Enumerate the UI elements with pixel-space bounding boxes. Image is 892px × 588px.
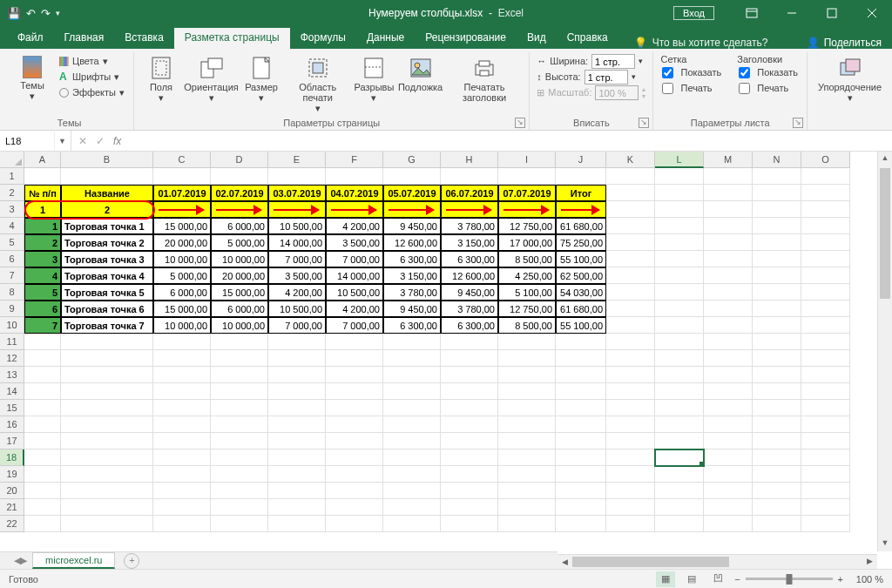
cell[interactable] [441, 433, 498, 449]
cell[interactable] [655, 350, 704, 367]
scroll-down-icon[interactable]: ▼ [878, 537, 892, 551]
cell[interactable] [268, 483, 326, 499]
tab-справка[interactable]: Справка [557, 28, 618, 49]
cell[interactable] [268, 466, 326, 483]
row-header[interactable]: 3 [0, 201, 24, 218]
cell[interactable]: 15 000,00 [153, 218, 211, 234]
col-header[interactable]: G [383, 152, 441, 168]
cell[interactable] [556, 483, 606, 499]
cell[interactable] [211, 367, 268, 383]
cell[interactable] [24, 367, 61, 383]
cell[interactable]: 17 000,00 [498, 234, 556, 251]
cell[interactable] [704, 383, 753, 400]
cell[interactable]: 9 450,00 [441, 284, 498, 301]
row-header[interactable]: 4 [0, 218, 24, 234]
cell[interactable] [801, 367, 850, 383]
cell[interactable] [556, 201, 606, 218]
cell[interactable] [268, 516, 326, 532]
cell[interactable]: Торговая точка 2 [61, 234, 153, 251]
cell[interactable]: Торговая точка 1 [61, 218, 153, 234]
effects-button[interactable]: Эффекты ▾ [57, 85, 126, 100]
cell[interactable] [211, 416, 268, 433]
cell[interactable] [606, 301, 655, 317]
cell[interactable] [153, 466, 211, 483]
cell[interactable] [606, 317, 655, 334]
cell[interactable] [606, 185, 655, 201]
cell[interactable] [153, 383, 211, 400]
cell[interactable]: 5 100,00 [498, 284, 556, 301]
cell[interactable] [606, 383, 655, 400]
cell[interactable]: 03.07.2019 [268, 185, 326, 201]
cell[interactable] [606, 516, 655, 532]
cell[interactable] [606, 483, 655, 499]
enter-formula-icon[interactable]: ✓ [96, 135, 105, 147]
row-header[interactable]: 17 [0, 433, 24, 449]
cell[interactable] [801, 499, 850, 516]
cell[interactable] [655, 267, 704, 284]
cell[interactable] [753, 350, 801, 367]
share-button[interactable]: 👤 Поделиться [807, 37, 882, 49]
cell[interactable] [498, 416, 556, 433]
cell[interactable] [211, 466, 268, 483]
cell[interactable] [606, 433, 655, 449]
col-header[interactable]: L [655, 152, 704, 168]
cell[interactable] [383, 483, 441, 499]
col-header[interactable]: H [441, 152, 498, 168]
cell[interactable] [704, 449, 753, 466]
cell[interactable]: 6 000,00 [211, 218, 268, 234]
cell[interactable] [556, 466, 606, 483]
cell[interactable]: 7 000,00 [268, 317, 326, 334]
cell[interactable]: 06.07.2019 [441, 185, 498, 201]
cell[interactable]: 4 200,00 [326, 301, 383, 317]
cell[interactable] [383, 400, 441, 416]
tab-вид[interactable]: Вид [517, 28, 557, 49]
colors-button[interactable]: Цвета ▾ [57, 54, 126, 69]
normal-view-icon[interactable]: ▦ [656, 571, 675, 587]
cell[interactable] [655, 466, 704, 483]
cell[interactable]: 8 500,00 [498, 317, 556, 334]
cell[interactable]: 3 780,00 [441, 218, 498, 234]
cell[interactable]: 20 000,00 [211, 267, 268, 284]
row-header[interactable]: 18 [0, 449, 24, 466]
cell[interactable] [498, 334, 556, 350]
cell[interactable]: 01.07.2019 [153, 185, 211, 201]
cell[interactable] [606, 267, 655, 284]
cell[interactable] [498, 449, 556, 466]
cell[interactable] [211, 350, 268, 367]
cell[interactable]: 10 000,00 [211, 251, 268, 267]
cell[interactable] [753, 267, 801, 284]
cell[interactable] [556, 449, 606, 466]
cell[interactable] [606, 466, 655, 483]
cell[interactable] [704, 251, 753, 267]
background-button[interactable]: Подложка [399, 54, 441, 94]
cell[interactable] [498, 499, 556, 516]
cell[interactable] [61, 383, 153, 400]
cell[interactable]: № п/п [24, 185, 61, 201]
cell[interactable] [211, 433, 268, 449]
cell[interactable] [655, 201, 704, 218]
tab-рецензирование[interactable]: Рецензирование [415, 28, 517, 49]
cell[interactable] [498, 201, 556, 218]
cell[interactable] [704, 350, 753, 367]
cell[interactable] [753, 201, 801, 218]
cell[interactable] [24, 449, 61, 466]
cell[interactable] [268, 400, 326, 416]
tell-me-input[interactable]: 💡 Что вы хотите сделать? [634, 37, 768, 49]
cell[interactable] [801, 449, 850, 466]
cell[interactable] [655, 234, 704, 251]
cell[interactable] [24, 400, 61, 416]
height-input[interactable] [585, 70, 628, 84]
cell[interactable] [801, 218, 850, 234]
cell[interactable] [383, 416, 441, 433]
cell[interactable] [801, 516, 850, 532]
cell[interactable] [153, 400, 211, 416]
signin-button[interactable]: Вход [673, 6, 714, 20]
row-header[interactable]: 16 [0, 416, 24, 433]
cell[interactable]: 6 300,00 [383, 251, 441, 267]
cell[interactable] [61, 168, 153, 185]
cell[interactable]: 15 000,00 [153, 301, 211, 317]
col-header[interactable]: I [498, 152, 556, 168]
cell[interactable] [753, 416, 801, 433]
cell[interactable] [441, 499, 498, 516]
cell[interactable] [606, 234, 655, 251]
